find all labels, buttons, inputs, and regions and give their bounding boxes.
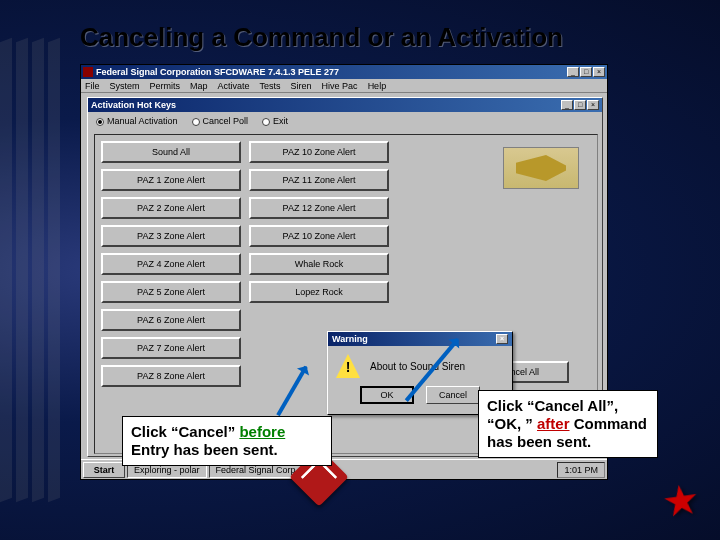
- radio-manual[interactable]: Manual Activation: [96, 116, 178, 126]
- warning-titlebar: Warning ×: [328, 332, 512, 346]
- outer-title: Federal Signal Corporation SFCDWARE 7.4.…: [96, 67, 567, 77]
- btn-paz10[interactable]: PAZ 10 Zone Alert: [249, 141, 389, 163]
- btn-paz10b[interactable]: PAZ 10 Zone Alert: [249, 225, 389, 247]
- warning-title: Warning: [332, 334, 368, 344]
- warning-cancel-button[interactable]: Cancel: [426, 386, 480, 404]
- btn-paz8[interactable]: PAZ 8 Zone Alert: [101, 365, 241, 387]
- annotation-left: Click “Cancel” before Entry has been sen…: [122, 416, 332, 466]
- start-button[interactable]: Start: [83, 462, 125, 478]
- warning-icon: [336, 354, 360, 378]
- btn-paz2[interactable]: PAZ 2 Zone Alert: [101, 197, 241, 219]
- star-icon: ★: [659, 474, 703, 528]
- btn-paz3[interactable]: PAZ 3 Zone Alert: [101, 225, 241, 247]
- menu-activate[interactable]: Activate: [218, 81, 250, 91]
- close-button[interactable]: ×: [593, 67, 605, 77]
- inner-maximize-button[interactable]: □: [574, 100, 586, 110]
- menu-map[interactable]: Map: [190, 81, 208, 91]
- menu-bar: File System Permits Map Activate Tests S…: [81, 79, 607, 93]
- btn-paz6[interactable]: PAZ 6 Zone Alert: [101, 309, 241, 331]
- annotation-right: Click “Cancel All”, “OK, ” after Command…: [478, 390, 658, 458]
- inner-titlebar: Activation Hot Keys _ □ ×: [88, 98, 602, 112]
- btn-paz4[interactable]: PAZ 4 Zone Alert: [101, 253, 241, 275]
- menu-tests[interactable]: Tests: [260, 81, 281, 91]
- bg-stripes: [0, 40, 60, 500]
- slide-title: Canceling a Command or an Activation: [80, 22, 563, 53]
- btn-paz1[interactable]: PAZ 1 Zone Alert: [101, 169, 241, 191]
- menu-permits[interactable]: Permits: [150, 81, 181, 91]
- outer-titlebar: Federal Signal Corporation SFCDWARE 7.4.…: [81, 65, 607, 79]
- menu-file[interactable]: File: [85, 81, 100, 91]
- btn-paz5[interactable]: PAZ 5 Zone Alert: [101, 281, 241, 303]
- inner-minimize-button[interactable]: _: [561, 100, 573, 110]
- btn-lopezrock[interactable]: Lopez Rock: [249, 281, 389, 303]
- btn-sound-all[interactable]: Sound All: [101, 141, 241, 163]
- menu-help[interactable]: Help: [368, 81, 387, 91]
- btn-paz12[interactable]: PAZ 12 Zone Alert: [249, 197, 389, 219]
- btn-paz7[interactable]: PAZ 7 Zone Alert: [101, 337, 241, 359]
- inner-close-button[interactable]: ×: [587, 100, 599, 110]
- menu-hivepac[interactable]: Hive Pac: [322, 81, 358, 91]
- button-col-1: Sound All PAZ 1 Zone Alert PAZ 2 Zone Al…: [101, 141, 241, 387]
- warning-close-button[interactable]: ×: [496, 334, 508, 344]
- btn-whalerock[interactable]: Whale Rock: [249, 253, 389, 275]
- siren-image: [503, 147, 579, 189]
- system-tray[interactable]: 1:01 PM: [557, 462, 605, 478]
- minimize-button[interactable]: _: [567, 67, 579, 77]
- warning-ok-button[interactable]: OK: [360, 386, 414, 404]
- app-icon: [83, 67, 93, 77]
- menu-siren[interactable]: Siren: [291, 81, 312, 91]
- menu-system[interactable]: System: [110, 81, 140, 91]
- inner-title: Activation Hot Keys: [91, 100, 561, 110]
- radio-cancelpoll[interactable]: Cancel Poll: [192, 116, 249, 126]
- radio-row: Manual Activation Cancel Poll Exit: [88, 112, 602, 130]
- btn-paz11[interactable]: PAZ 11 Zone Alert: [249, 169, 389, 191]
- radio-exit[interactable]: Exit: [262, 116, 288, 126]
- maximize-button[interactable]: □: [580, 67, 592, 77]
- warning-message: About to Sound Siren: [370, 361, 465, 372]
